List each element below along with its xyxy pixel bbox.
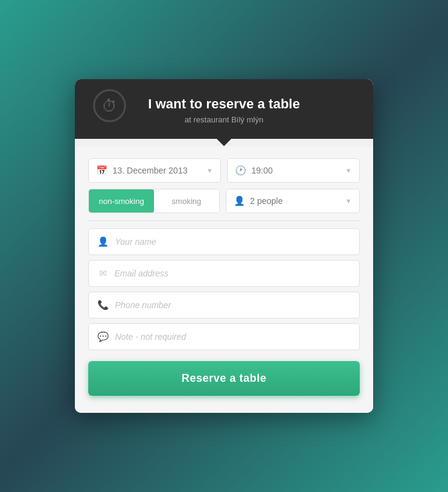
clock-icon: ⏱ — [93, 90, 126, 122]
person-icon: 👤 — [97, 236, 109, 247]
page-subtitle: at restaurant Bílý mlýn — [93, 115, 355, 124]
reservation-card: ⏱ I want to reserve a table at restauran… — [75, 79, 373, 413]
date-selector[interactable]: 📅 13. December 2013 ▼ — [88, 158, 221, 183]
page-title: I want to reserve a table — [93, 96, 355, 112]
divider — [88, 220, 360, 221]
people-value: 2 people — [250, 196, 340, 206]
time-selector[interactable]: 🕐 19:00 ▼ — [227, 158, 360, 183]
time-value: 19:00 — [251, 166, 340, 175]
email-icon: ✉ — [97, 268, 108, 279]
date-chevron-icon: ▼ — [206, 167, 213, 174]
smoking-button[interactable]: smoking — [154, 189, 219, 213]
phone-icon: 📞 — [97, 300, 109, 311]
note-icon: 💬 — [97, 331, 109, 342]
card-header: ⏱ I want to reserve a table at restauran… — [75, 79, 373, 139]
phone-input[interactable] — [115, 300, 351, 310]
reserve-button[interactable]: Reserve a table — [88, 361, 360, 396]
smoking-people-row: non-smoking smoking 👤 2 people ▼ — [88, 189, 360, 213]
date-value: 13. December 2013 — [113, 166, 201, 175]
smoking-toggle: non-smoking smoking — [88, 189, 220, 213]
note-field-wrapper: 💬 — [88, 323, 360, 350]
date-time-row: 📅 13. December 2013 ▼ 🕐 19:00 ▼ — [88, 158, 360, 183]
phone-field-wrapper: 📞 — [88, 292, 360, 318]
card-body: 📅 13. December 2013 ▼ 🕐 19:00 ▼ non-smok… — [75, 146, 373, 413]
name-field-wrapper: 👤 — [88, 228, 360, 255]
people-icon: 👤 — [234, 195, 245, 206]
name-input[interactable] — [115, 237, 351, 247]
people-selector[interactable]: 👤 2 people ▼ — [226, 189, 360, 213]
clock-selector-icon: 🕐 — [235, 165, 247, 176]
non-smoking-button[interactable]: non-smoking — [89, 189, 154, 213]
calendar-icon: 📅 — [96, 165, 108, 176]
email-input[interactable] — [114, 269, 351, 278]
email-field-wrapper: ✉ — [88, 260, 360, 287]
time-chevron-icon: ▼ — [345, 167, 352, 174]
people-chevron-icon: ▼ — [345, 197, 352, 205]
header-arrow — [217, 139, 231, 146]
note-input[interactable] — [115, 332, 351, 342]
